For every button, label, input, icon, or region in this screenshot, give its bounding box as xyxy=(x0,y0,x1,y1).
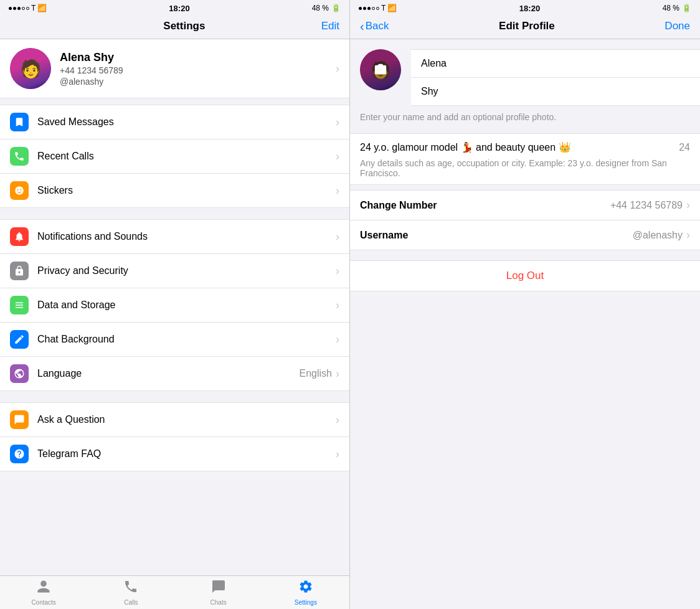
change-number-label: Change Number xyxy=(360,200,610,211)
profile-username: @alenashy xyxy=(60,77,327,87)
saved-messages-chevron-icon: › xyxy=(336,116,339,129)
camera-overlay xyxy=(360,49,401,90)
saved-messages-label: Saved Messages xyxy=(37,116,336,128)
profile-info: Alena Shy +44 1234 56789 @alenashy xyxy=(60,51,327,87)
bio-text: 24 y.o. glamour model 💃 and beauty queen… xyxy=(360,141,571,153)
bio-placeholder: Any details such as age, occupation or c… xyxy=(350,156,700,184)
privacy-icon xyxy=(10,262,29,280)
status-bar-right: T 📶 18:20 48 % 🔋 xyxy=(350,0,700,15)
menu-group-3: Ask a Question › Telegram FAQ › xyxy=(0,402,349,471)
nav-bar-right: ‹ Back Edit Profile Done xyxy=(350,15,700,39)
menu-item-saved-messages[interactable]: Saved Messages › xyxy=(0,105,349,139)
calls-tab-icon xyxy=(123,579,138,598)
username-value: @alenashy xyxy=(633,230,683,241)
saved-messages-icon xyxy=(10,113,29,131)
chats-tab-icon xyxy=(211,579,226,598)
menu-item-notifications[interactable]: Notifications and Sounds › xyxy=(0,220,349,254)
data-label: Data and Storage xyxy=(37,300,336,311)
done-button[interactable]: Done xyxy=(665,20,690,32)
bio-char-count: 24 xyxy=(679,142,690,153)
notifications-chevron-icon: › xyxy=(336,230,339,243)
avatar-image: 🧑 xyxy=(10,48,51,89)
svg-point-2 xyxy=(20,189,21,190)
tab-calls[interactable]: Calls xyxy=(87,576,174,609)
signal-dots xyxy=(9,7,29,10)
dot4 xyxy=(22,7,25,10)
dot1 xyxy=(9,7,12,10)
username-row[interactable]: Username @alenashy › xyxy=(350,220,700,250)
privacy-label: Privacy and Security xyxy=(37,265,336,276)
language-value: English xyxy=(300,368,332,379)
recent-calls-icon xyxy=(10,147,29,166)
menu-item-data[interactable]: Data and Storage › xyxy=(0,288,349,323)
menu-group-1: Saved Messages › Recent Calls › Stickers… xyxy=(0,105,349,208)
chat-background-chevron-icon: › xyxy=(336,333,339,346)
menu-group-2: Notifications and Sounds › Privacy and S… xyxy=(0,219,349,391)
battery-label-right: 48 % xyxy=(663,4,679,12)
menu-item-language[interactable]: Language English › xyxy=(0,357,349,390)
back-button[interactable]: ‹ Back xyxy=(360,20,389,32)
svg-point-0 xyxy=(15,186,24,195)
chat-background-label: Chat Background xyxy=(37,334,336,345)
data-rows: Change Number +44 1234 56789 › Username … xyxy=(350,190,700,250)
menu-item-stickers[interactable]: Stickers › xyxy=(0,174,349,207)
settings-scroll: Saved Messages › Recent Calls › Stickers… xyxy=(0,98,349,575)
edit-avatar-wrapper[interactable]: 🧑 xyxy=(350,49,411,90)
ask-question-icon xyxy=(10,410,29,429)
recent-calls-chevron-icon: › xyxy=(336,150,339,163)
tab-settings[interactable]: Settings xyxy=(262,576,349,609)
wifi-icon: 📶 xyxy=(37,4,47,12)
menu-item-telegram-faq[interactable]: Telegram FAQ › xyxy=(0,437,349,471)
battery-icon-left: 🔋 xyxy=(331,4,341,12)
settings-tab-icon xyxy=(298,579,313,598)
battery-area-right: 48 % 🔋 xyxy=(663,4,691,12)
bio-header: 24 y.o. glamour model 💃 and beauty queen… xyxy=(350,134,700,156)
telegram-faq-chevron-icon: › xyxy=(336,448,339,461)
edit-avatar[interactable]: 🧑 xyxy=(360,49,401,90)
dot2 xyxy=(13,7,16,10)
battery-area-left: 48 % 🔋 xyxy=(312,4,341,12)
last-name-input[interactable] xyxy=(421,86,690,97)
dot5 xyxy=(26,7,29,10)
logout-section[interactable]: Log Out xyxy=(350,260,700,291)
profile-info-hint: Enter your name and add an optional prof… xyxy=(350,106,700,128)
data-icon xyxy=(10,296,29,314)
first-name-field[interactable] xyxy=(411,50,700,78)
back-label: Back xyxy=(366,20,389,32)
profile-name: Alena Shy xyxy=(60,51,327,64)
change-number-row[interactable]: Change Number +44 1234 56789 › xyxy=(350,191,700,220)
avatar: 🧑 xyxy=(10,48,51,89)
tab-contacts[interactable]: Contacts xyxy=(0,576,87,609)
profile-chevron-icon: › xyxy=(336,62,339,75)
stickers-chevron-icon: › xyxy=(336,184,339,197)
tab-chats[interactable]: Chats xyxy=(175,576,262,609)
spacer-bottom xyxy=(0,471,349,490)
spacer-1 xyxy=(0,98,349,105)
stickers-label: Stickers xyxy=(37,185,336,196)
carrier-label-right: T xyxy=(381,4,385,12)
rdot4 xyxy=(372,7,375,10)
pre-logout-spacer xyxy=(350,250,700,255)
language-icon xyxy=(10,364,29,383)
right-panel: T 📶 18:20 48 % 🔋 ‹ Back Edit Profile Don… xyxy=(350,0,700,609)
telegram-faq-icon xyxy=(10,445,29,463)
menu-item-recent-calls[interactable]: Recent Calls › xyxy=(0,139,349,174)
last-name-field[interactable] xyxy=(411,78,700,105)
svg-point-1 xyxy=(17,189,19,190)
wifi-icon-right: 📶 xyxy=(387,4,397,12)
profile-row[interactable]: 🧑 Alena Shy +44 1234 56789 @alenashy › xyxy=(0,39,349,98)
calls-tab-label: Calls xyxy=(124,599,138,606)
edit-button[interactable]: Edit xyxy=(321,20,339,32)
page-title-settings: Settings xyxy=(163,20,205,32)
first-name-input[interactable] xyxy=(421,58,690,69)
battery-label-left: 48 % xyxy=(312,4,329,12)
telegram-faq-label: Telegram FAQ xyxy=(37,448,336,460)
menu-item-chat-background[interactable]: Chat Background › xyxy=(0,323,349,357)
logout-button[interactable]: Log Out xyxy=(506,270,544,281)
menu-item-ask-question[interactable]: Ask a Question › xyxy=(0,403,349,437)
chats-tab-label: Chats xyxy=(210,599,227,606)
page-title-edit-profile: Edit Profile xyxy=(499,20,555,32)
status-bar-left: T 📶 18:20 48 % 🔋 xyxy=(0,0,349,15)
nav-bar-left: Settings Edit xyxy=(0,15,349,39)
menu-item-privacy[interactable]: Privacy and Security › xyxy=(0,254,349,288)
